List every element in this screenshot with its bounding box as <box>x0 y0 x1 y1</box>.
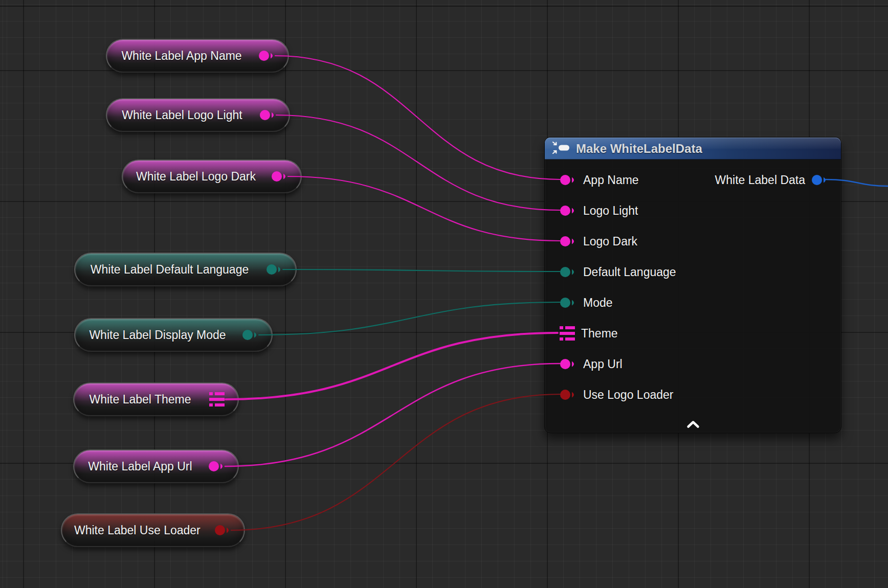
input-row-theme: Theme <box>560 324 618 343</box>
input-row-mode: Mode <box>560 293 613 312</box>
struct-input-pin-icon[interactable] <box>560 326 575 341</box>
input-pin-label: App Url <box>583 357 623 371</box>
make-whitelabeldata-node[interactable]: Make WhiteLabelData App Name Logo Light … <box>544 137 841 433</box>
input-pin-icon[interactable] <box>560 358 577 370</box>
wire-default-language[interactable] <box>283 269 560 272</box>
wire-app-name[interactable] <box>275 56 560 179</box>
input-pin-icon[interactable] <box>560 266 577 278</box>
input-pin-label: Logo Dark <box>583 235 637 248</box>
input-row-logo-light: Logo Light <box>560 201 638 220</box>
variable-node-white-label-default-language[interactable]: White Label Default Language <box>74 253 297 286</box>
input-pin-label: Default Language <box>583 265 676 279</box>
input-pin-label: Logo Light <box>583 204 638 218</box>
input-pin-icon[interactable] <box>560 205 577 217</box>
output-row-white-label-data: White Label Data <box>715 171 829 189</box>
variable-node-white-label-logo-dark[interactable]: White Label Logo Dark <box>122 160 302 193</box>
input-pin-icon[interactable] <box>560 235 577 247</box>
struct-output-pin-icon[interactable] <box>209 392 225 406</box>
input-pin-label: App Name <box>583 173 639 187</box>
variable-node-white-label-display-mode[interactable]: White Label Display Mode <box>74 318 273 352</box>
input-pin-icon[interactable] <box>560 297 577 309</box>
make-struct-icon <box>552 141 570 156</box>
input-pin-icon[interactable] <box>560 174 577 186</box>
variable-node-label: White Label Default Language <box>75 263 296 277</box>
output-pin-icon[interactable] <box>242 329 259 341</box>
input-pin-label: Theme <box>581 327 618 341</box>
output-pin-label: White Label Data <box>715 173 805 187</box>
input-row-use-logo-loader: Use Logo Loader <box>560 386 673 404</box>
make-node-header[interactable]: Make WhiteLabelData <box>545 138 841 160</box>
input-row-default-language: Default Language <box>560 263 676 281</box>
wire-logo-light[interactable] <box>276 115 560 210</box>
variable-node-white-label-theme[interactable]: White Label Theme <box>73 382 239 416</box>
collapse-chevron-button[interactable] <box>686 420 700 428</box>
variable-node-white-label-app-name[interactable]: White Label App Name <box>106 39 289 73</box>
input-pin-label: Mode <box>583 296 613 310</box>
wire-app-url[interactable] <box>225 364 560 466</box>
output-pin-icon[interactable] <box>271 170 288 183</box>
input-row-app-name: App Name <box>560 171 639 189</box>
node-title: Make WhiteLabelData <box>576 142 702 156</box>
blueprint-graph-canvas[interactable]: White Label App Name White Label Logo Li… <box>0 0 888 588</box>
variable-node-white-label-use-loader[interactable]: White Label Use Loader <box>61 513 245 547</box>
wire-theme[interactable] <box>226 333 558 399</box>
input-pin-label: Use Logo Loader <box>583 388 673 402</box>
wire-logo-dark[interactable] <box>288 176 560 241</box>
output-pin-icon[interactable] <box>259 109 277 121</box>
output-pin-icon[interactable] <box>266 263 283 276</box>
wire-display-mode[interactable] <box>259 302 560 335</box>
variable-node-white-label-app-url[interactable]: White Label App Url <box>73 449 239 483</box>
output-pin-icon[interactable] <box>208 460 226 472</box>
variable-node-white-label-logo-light[interactable]: White Label Logo Light <box>106 98 290 132</box>
output-pin-icon[interactable] <box>214 524 232 536</box>
input-row-app-url: App Url <box>560 355 623 373</box>
input-row-logo-dark: Logo Dark <box>560 232 637 251</box>
output-pin-icon[interactable] <box>258 50 276 62</box>
input-pin-icon[interactable] <box>560 389 577 401</box>
